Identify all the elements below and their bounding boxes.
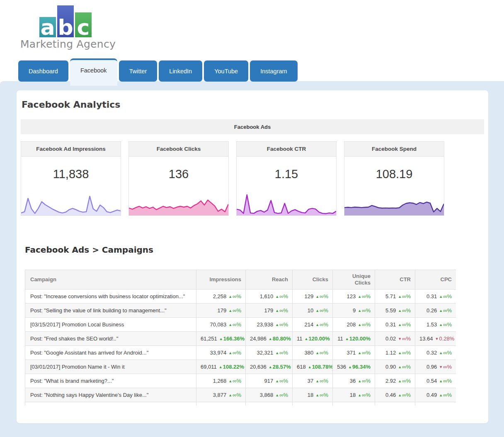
metric-value: 917 bbox=[264, 378, 274, 384]
metric-value: 0.49 bbox=[426, 392, 437, 398]
col-header-impressions: Impressions bbox=[196, 270, 246, 290]
metric-cell: 33,974▲∞% bbox=[196, 346, 246, 360]
metric-cell: 3,868▲∞% bbox=[246, 388, 293, 402]
delta-up-badge: ▲∞% bbox=[315, 392, 328, 398]
tab-label: Twitter bbox=[129, 68, 147, 75]
metric-value: 0.26 bbox=[426, 307, 437, 314]
triangle-up-icon: ▲ bbox=[269, 337, 272, 341]
metric-cell: 18▲∞% bbox=[293, 388, 333, 402]
col-header-campaign: Campaign bbox=[25, 270, 196, 290]
delta-up-badge: ▲∞% bbox=[315, 321, 328, 328]
tab-twitter[interactable]: Twitter bbox=[119, 60, 158, 82]
metric-cell: 5.59▲∞% bbox=[375, 304, 415, 318]
metric-cell: 0.26▲∞% bbox=[415, 304, 456, 318]
metric-value: 179 bbox=[218, 307, 227, 314]
table-row: [03/15/2017] Promotion Local Business70,… bbox=[25, 318, 456, 332]
delta-up-badge: ▲∞% bbox=[275, 350, 288, 356]
empty-cell bbox=[333, 402, 375, 406]
tab-facebook[interactable]: Facebook bbox=[70, 58, 117, 86]
tab-label: Instagram bbox=[260, 68, 287, 75]
delta-up-badge: ▲∞% bbox=[275, 307, 288, 314]
delta-up-badge: ▲∞% bbox=[228, 293, 241, 299]
delta-up-badge: ▲∞% bbox=[275, 293, 288, 299]
tab-instagram[interactable]: Instagram bbox=[250, 60, 297, 82]
campaigns-table-wrap: CampaignImpressionsReachClicksUnique Cli… bbox=[25, 270, 456, 406]
tab-youtube[interactable]: YouTube bbox=[204, 60, 248, 82]
empty-cell bbox=[25, 402, 196, 406]
logo-bar-c: c bbox=[75, 12, 92, 37]
tab-label: Dashboard bbox=[29, 68, 58, 75]
metric-value: 1.53 bbox=[426, 321, 437, 328]
triangle-up-icon: ▲ bbox=[398, 295, 402, 299]
tab-linkedin[interactable]: LinkedIn bbox=[159, 60, 202, 82]
brand-logo: abc bbox=[39, 5, 92, 37]
kpi-title: Facebook Ad Impressions bbox=[21, 142, 121, 157]
delta-up-badge: ▲∞% bbox=[358, 350, 371, 356]
delta-up-badge: ▲∞% bbox=[398, 321, 411, 328]
delta-up-badge: ▲∞% bbox=[358, 392, 371, 398]
triangle-up-icon: ▲ bbox=[439, 393, 443, 397]
kpi-card-facebook-ctr: Facebook CTR1.15 bbox=[236, 141, 337, 216]
delta-up-badge: ▲∞% bbox=[358, 293, 371, 299]
kpi-sparkline bbox=[344, 193, 444, 215]
triangle-up-icon: ▲ bbox=[315, 295, 319, 299]
empty-cell bbox=[415, 402, 456, 406]
metric-value: 13.64 bbox=[419, 336, 433, 342]
col-header-clicks: Clicks bbox=[293, 270, 333, 290]
delta-up-badge: ▲108.78% bbox=[308, 364, 333, 370]
metric-cell: 2.92▲∞% bbox=[375, 374, 415, 388]
campaigns-table: CampaignImpressionsReachClicksUnique Cli… bbox=[25, 270, 456, 406]
kpi-card-facebook-clicks: Facebook Clicks136 bbox=[128, 141, 229, 216]
metric-value: 32,321 bbox=[257, 350, 273, 356]
delta-up-badge: ▲∞% bbox=[398, 307, 411, 314]
table-row: Post: "Selling the value of link buildin… bbox=[25, 304, 456, 318]
delta-up-badge: ▲166.36% bbox=[219, 336, 245, 342]
triangle-up-icon: ▲ bbox=[398, 351, 402, 355]
campaign-cell: Post: "Nothing says Happy Valentine's Da… bbox=[25, 388, 196, 402]
kpi-value: 108.19 bbox=[344, 167, 444, 181]
metric-cell: 0.32▲∞% bbox=[415, 346, 456, 360]
delta-up-badge: ▲∞% bbox=[439, 307, 452, 314]
delta-up-badge: ▲∞% bbox=[228, 392, 241, 398]
metric-value: 214 bbox=[305, 321, 314, 328]
metric-value: 5.59 bbox=[385, 307, 396, 314]
metric-value: 37 bbox=[308, 378, 313, 384]
triangle-down-icon: ▼ bbox=[398, 337, 402, 341]
metric-value: 2,258 bbox=[213, 293, 227, 299]
metric-value: 36 bbox=[350, 378, 356, 384]
triangle-up-icon: ▲ bbox=[398, 323, 402, 327]
metric-value: 20,636 bbox=[250, 364, 267, 370]
delta-up-badge: ▲∞% bbox=[228, 321, 241, 328]
delta-down-badge: ▼∞% bbox=[439, 364, 452, 370]
kpi-value: 11,838 bbox=[21, 167, 121, 181]
triangle-up-icon: ▲ bbox=[275, 295, 279, 299]
metric-cell: 129▲∞% bbox=[293, 290, 333, 304]
triangle-up-icon: ▲ bbox=[439, 309, 443, 313]
metric-value: 24,986 bbox=[250, 336, 267, 342]
metric-cell: 123▲∞% bbox=[333, 290, 375, 304]
metric-value: 11 bbox=[337, 336, 343, 342]
metric-cell: 69,011▲108.22% bbox=[196, 360, 246, 374]
metric-cell: 536▲96.34% bbox=[333, 360, 375, 374]
campaigns-heading: Facebook Ads > Campaigns bbox=[25, 245, 484, 255]
delta-down-badge: ▼0.28% bbox=[435, 336, 455, 342]
delta-up-badge: ▲80.80% bbox=[269, 336, 291, 342]
metric-value: 618 bbox=[297, 364, 306, 370]
kpi-sparkline bbox=[237, 193, 336, 215]
delta-up-badge: ▲∞% bbox=[439, 350, 452, 356]
metric-cell: 11▲120.00% bbox=[293, 332, 333, 346]
triangle-up-icon: ▲ bbox=[398, 365, 402, 369]
logo-bar-a: a bbox=[39, 17, 56, 37]
triangle-up-icon: ▲ bbox=[305, 337, 308, 341]
metric-cell: 18▲∞% bbox=[333, 388, 375, 402]
metric-value: 3,877 bbox=[213, 392, 227, 398]
col-header-reach: Reach bbox=[246, 270, 293, 290]
tab-dashboard[interactable]: Dashboard bbox=[18, 60, 68, 82]
metric-cell: 0.31▲∞% bbox=[375, 318, 415, 332]
metric-value: 0.96 bbox=[426, 364, 437, 370]
metric-cell: 9▲∞% bbox=[333, 304, 375, 318]
triangle-up-icon: ▲ bbox=[358, 309, 361, 313]
metric-value: 536 bbox=[337, 364, 346, 370]
metric-value: 208 bbox=[347, 321, 356, 328]
metric-value: 1,610 bbox=[260, 293, 274, 299]
